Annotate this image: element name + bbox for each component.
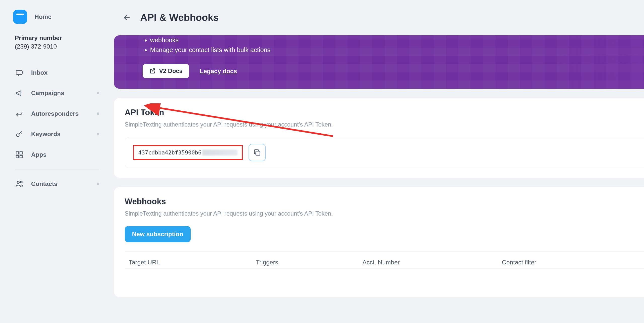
primary-number-label: Primary number	[15, 34, 104, 42]
external-link-icon	[149, 68, 156, 74]
svg-rect-10	[256, 151, 260, 155]
sidebar-item-label: Inbox	[31, 69, 48, 76]
key-icon	[15, 130, 24, 139]
webhooks-card: Webhooks Version 2 SimpleTexting authent…	[114, 187, 644, 297]
hero-bullet-list: webhooks Manage your contact lists with …	[150, 35, 644, 55]
webhooks-table-header: Target URL Triggers Acct. Number Contact…	[125, 251, 644, 268]
legacy-docs-link[interactable]: Legacy docs	[200, 68, 237, 75]
api-token-card: API Token Learn more about API authentic…	[114, 98, 644, 178]
primary-nav: Inbox Campaigns Autoresponders	[7, 62, 106, 194]
svg-point-1	[17, 134, 19, 137]
token-masked-icon	[202, 150, 237, 155]
copy-token-button[interactable]	[249, 144, 266, 161]
home-label: Home	[34, 13, 52, 20]
api-token-value[interactable]: 437cdbba42bf35900b6	[133, 145, 243, 160]
sidebar-item-keywords[interactable]: Keywords	[7, 124, 106, 144]
sidebar-item-contacts[interactable]: Contacts	[7, 174, 106, 194]
svg-point-6	[17, 181, 19, 183]
hero-bullet: Manage your contact lists with bulk acti…	[150, 45, 644, 55]
page-title: API & Webhooks	[140, 12, 219, 23]
sidebar-item-label: Autoresponders	[31, 110, 79, 117]
v2-docs-button[interactable]: V2 Docs	[143, 64, 189, 78]
hero-actions: V2 Docs Legacy docs	[143, 64, 644, 78]
topbar: API & Webhooks 4 days left Upgrade ?	[114, 0, 644, 35]
back-button[interactable]	[121, 12, 133, 23]
svg-rect-2	[16, 152, 19, 154]
sidebar-item-inbox[interactable]: Inbox	[7, 62, 106, 83]
hero-bullet: webhooks	[150, 35, 644, 45]
reply-icon	[15, 109, 24, 118]
status-dot	[97, 133, 99, 136]
api-hero-banner: webhooks Manage your contact lists with …	[114, 35, 644, 89]
nav-divider	[15, 169, 99, 170]
svg-rect-0	[16, 70, 22, 74]
svg-rect-4	[16, 155, 19, 158]
card-header: API Token Learn more about API authentic…	[125, 108, 644, 117]
card-header: Webhooks Version 2	[125, 197, 644, 206]
webhooks-subtitle: SimpleTexting authenticates your API req…	[125, 210, 644, 217]
webhooks-title: Webhooks	[125, 197, 166, 206]
app-root: Home Primary number (239) 372-9010 Inbox…	[0, 0, 644, 323]
primary-number-value: (239) 372-9010	[15, 43, 104, 50]
copy-icon	[253, 148, 261, 157]
sidebar-item-autoresponders[interactable]: Autoresponders	[7, 103, 106, 124]
status-dot	[97, 112, 99, 115]
sidebar-item-label: Contacts	[31, 180, 58, 187]
status-dot	[97, 92, 99, 95]
new-subscription-button[interactable]: New subscription	[125, 226, 191, 242]
megaphone-icon	[15, 89, 24, 98]
col-target-url: Target URL	[129, 259, 239, 266]
content: webhooks Manage your contact lists with …	[114, 35, 644, 311]
col-triggers: Triggers	[256, 259, 346, 266]
webhooks-empty-body	[125, 268, 644, 297]
brand-logo-icon	[13, 10, 27, 24]
sidebar-item-label: Apps	[31, 151, 47, 158]
arrow-left-icon	[123, 13, 132, 22]
svg-rect-5	[20, 155, 22, 158]
api-token-subtitle: SimpleTexting authenticates your API req…	[125, 121, 644, 128]
token-visible-text: 437cdbba42bf35900b6	[138, 149, 202, 156]
svg-rect-3	[20, 152, 22, 154]
hero-bullet-text: webhooks	[150, 36, 179, 44]
sidebar-item-campaigns[interactable]: Campaigns	[7, 83, 106, 103]
contacts-icon	[15, 179, 24, 188]
token-row: 437cdbba42bf35900b6 Active	[125, 137, 644, 168]
col-contact-filter: Contact filter	[502, 259, 644, 266]
apps-grid-icon	[15, 150, 24, 159]
col-acct-number: Acct. Number	[363, 259, 486, 266]
main-column: API & Webhooks 4 days left Upgrade ? web…	[114, 0, 644, 323]
v2-docs-label: V2 Docs	[159, 68, 182, 74]
api-token-title: API Token	[125, 108, 164, 117]
inbox-icon	[15, 68, 24, 77]
sidebar: Home Primary number (239) 372-9010 Inbox…	[0, 0, 114, 323]
status-dot	[97, 183, 99, 185]
primary-number-block: Primary number (239) 372-9010	[7, 31, 106, 58]
sidebar-item-apps[interactable]: Apps	[7, 144, 106, 165]
sidebar-item-label: Keywords	[31, 131, 61, 138]
svg-point-7	[20, 181, 22, 183]
home-link[interactable]: Home	[7, 7, 106, 31]
sidebar-item-label: Campaigns	[31, 90, 64, 97]
